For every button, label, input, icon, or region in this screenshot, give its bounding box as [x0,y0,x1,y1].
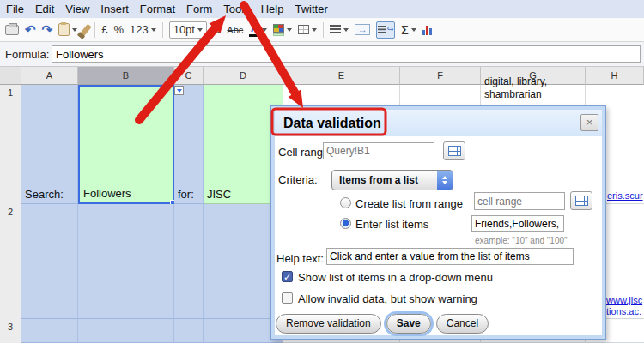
chevron-down-icon [197,28,203,32]
formulas-button[interactable]: Σ [401,23,416,37]
text-color-button[interactable]: A [249,23,267,37]
help-text-input[interactable] [326,248,574,265]
criteria-select[interactable]: Items from a list [331,170,453,190]
checkbox-allow-invalid-label: Allow invalid data, but show warning [298,292,477,305]
strikethrough-button[interactable]: Abc [227,25,243,35]
wrap-text-icon: ↪ [376,21,395,39]
row-header-2[interactable]: 2 [0,207,21,217]
column-header-c[interactable]: C [174,67,204,85]
merge-cells-button[interactable]: ↔ [355,24,370,35]
criteria-label: Criteria: [278,173,318,186]
chevron-down-icon [177,89,182,93]
toolbar-divider [323,22,324,38]
remove-validation-button[interactable]: Remove validation [276,314,381,334]
radio-create-list-from-range[interactable] [340,197,351,208]
redo-button[interactable]: ↷ [42,23,53,36]
paint-format-button[interactable] [83,24,88,36]
select-all-corner[interactable] [0,67,21,85]
close-icon: × [586,116,593,129]
checkbox-show-list-label: Show list of items in a drop-down menu [298,271,493,284]
cell-c1[interactable]: for: [174,85,204,204]
toolbar-divider [162,22,163,38]
cell-a2[interactable] [21,204,78,319]
insert-chart-button[interactable] [422,25,432,35]
borders-button[interactable] [298,25,317,34]
undo-button[interactable]: ↶ [25,23,36,36]
column-header-a[interactable]: A [21,67,78,85]
cell-c2[interactable] [174,204,204,319]
criteria-value: Items from a list [332,174,437,186]
menu-item-format[interactable]: Format [140,3,175,15]
column-header-d[interactable]: D [204,67,283,85]
toolbar-divider [94,22,95,38]
font-size-label: 10pt [173,23,195,36]
chevron-down-icon [287,28,292,32]
menu-item-view[interactable]: View [65,3,89,15]
menu-item-edit[interactable]: Edit [35,3,54,15]
font-size-selector[interactable]: 10pt [169,21,207,39]
cell-b2[interactable] [78,204,174,319]
cell-g1-text: digital, library, shambrarian [484,75,579,101]
cell-range-input[interactable] [323,142,434,159]
link-h2-line1[interactable]: www.jisc [606,295,642,305]
column-header-b[interactable]: B [78,67,174,85]
dialog-body: Cell range: Criteria: Items from a list … [275,136,602,335]
percent-format-button[interactable]: % [113,23,124,36]
radio-enter-list-items[interactable] [340,218,351,229]
column-header-e[interactable]: E [283,67,400,85]
align-button[interactable] [330,25,349,34]
formula-input[interactable] [52,45,641,63]
menu-item-twitter[interactable]: Twitter [295,3,327,15]
print-button[interactable] [5,25,19,35]
grid-select-icon [448,146,461,156]
chevron-down-icon [343,28,349,32]
row-header-3[interactable]: 3 [0,322,21,332]
example-text: example: "10" and "100" [475,236,568,245]
save-button[interactable]: Save [386,314,431,334]
chevron-down-icon [312,28,317,32]
menu-item-form[interactable]: Form [186,3,212,15]
cell-b1-selected[interactable]: Followers [78,85,174,204]
menu-item-help[interactable]: Help [261,3,284,15]
help-text-label: Help text: [276,252,324,265]
cell-validation-dropdown[interactable] [174,86,184,95]
list-items-input[interactable] [471,215,564,232]
dialog-title: Data validation [275,110,602,136]
menu-bar: File Edit View Insert Format Form Tools … [0,0,644,18]
link-h1[interactable]: eris.scur [607,190,643,201]
row-header-1[interactable]: 1 [0,87,21,98]
cell-b3[interactable] [78,319,174,343]
fill-color-button[interactable] [273,24,292,36]
list-range-input[interactable] [474,192,565,210]
number-format-button[interactable]: 123 [130,23,156,36]
column-header-f[interactable]: F [400,67,481,85]
checkbox-allow-invalid[interactable] [282,292,293,304]
cancel-button[interactable]: Cancel [436,314,489,334]
cell-c1-text: for: [178,188,194,201]
chevron-down-icon [262,28,267,32]
cell-c3[interactable] [174,319,204,343]
paste-format-button[interactable] [58,23,77,36]
range-picker-button[interactable] [443,141,465,160]
checkbox-show-list[interactable] [282,271,293,282]
formula-label: Formula: [5,48,49,61]
cell-a3[interactable] [21,319,78,343]
column-header-h[interactable]: H [586,67,644,85]
toolbar: ↶ ↷ £ % 123 10pt B Abc A ↔ ↪ Σ [0,18,644,42]
close-button[interactable]: × [580,114,598,131]
cell-a1-text: Search: [25,188,64,201]
link-h2-line2[interactable]: tions.ac. [606,306,641,316]
chevron-down-icon [151,28,156,32]
spreadsheet-app: File Edit View Insert Format Form Tools … [0,0,644,343]
bold-button[interactable]: B [213,23,221,36]
menu-item-insert[interactable]: Insert [100,3,129,15]
menu-item-file[interactable]: File [6,3,24,15]
dialog-titlebar: Data validation × [275,110,602,136]
chart-icon [422,25,432,35]
wrap-text-button[interactable]: ↪ [376,21,395,39]
grid-select-icon [575,196,588,206]
cell-a1[interactable]: Search: [21,85,78,204]
currency-format-button[interactable]: £ [101,23,107,36]
menu-item-tools[interactable]: Tools [223,3,249,15]
range-picker-button[interactable] [570,191,592,210]
